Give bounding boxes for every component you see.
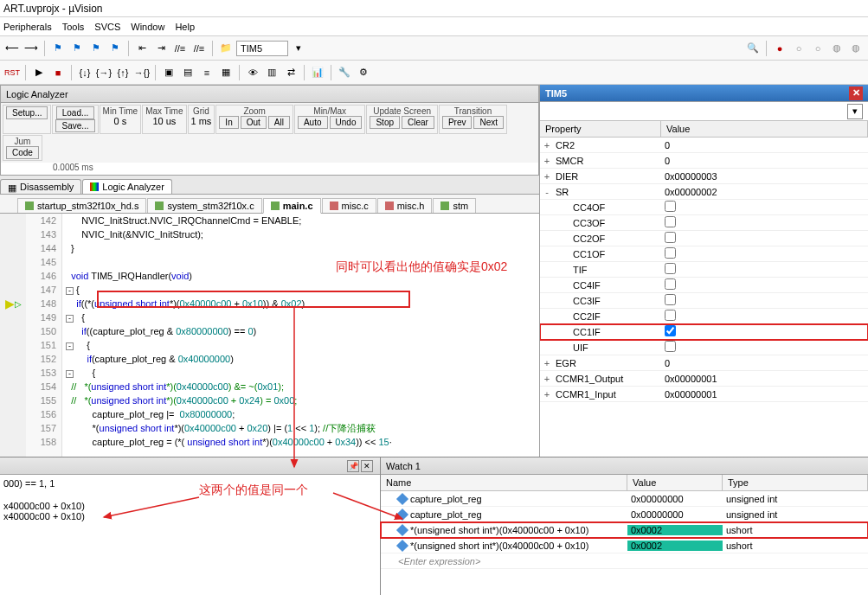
flag2-icon[interactable]: ⚑ (68, 40, 86, 57)
target-input[interactable] (236, 41, 288, 56)
clear-button[interactable]: Clear (402, 116, 434, 129)
watch-header-value: Value (627, 475, 723, 490)
dropdown-icon[interactable]: ▾ (290, 40, 307, 57)
stop-button[interactable]: Stop (370, 116, 400, 129)
record-icon[interactable]: ● (771, 40, 788, 57)
tab-disassembly[interactable]: ▦ Disassembly (0, 179, 81, 194)
flag-icon[interactable]: ⚑ (49, 40, 67, 57)
enter-expression[interactable]: <Enter expression> (381, 556, 627, 566)
minmax-label: Min/Max (313, 106, 346, 116)
mem-icon[interactable]: ▥ (263, 64, 280, 81)
menu-help[interactable]: Help (175, 22, 195, 32)
file-tab-system[interactable]: system_stm32f10x.c (147, 198, 261, 213)
step-out-icon[interactable]: {↑} (114, 64, 132, 81)
load-button[interactable]: Load... (56, 106, 95, 119)
zoom-in-button[interactable]: In (219, 116, 238, 129)
watch-rows[interactable]: capture_plot_reg0x00000000unsigned int c… (381, 491, 868, 553)
close-icon[interactable]: ✕ (849, 86, 863, 100)
file-icon (25, 202, 34, 210)
file-tab-main[interactable]: main.c (263, 198, 321, 214)
file-tab-startup[interactable]: startup_stm32f10x_hd.s (17, 198, 146, 213)
tim5-panel-header: TIM5 ✕ (540, 85, 868, 102)
forward-icon[interactable]: ⟶ (23, 40, 40, 57)
max-time-value: 10 us (152, 116, 176, 126)
flag3-icon[interactable]: ⚑ (87, 40, 105, 57)
watch-icon[interactable]: 👁 (244, 64, 261, 81)
file-icon (271, 202, 280, 210)
flag4-icon[interactable]: ⚑ (106, 40, 124, 57)
logic-analyzer-title: Logic Analyzer (6, 89, 68, 99)
console-output: 000) == 1, 1 x40000c00 + 0x10) x40000c00… (0, 475, 380, 525)
undo-button[interactable]: Undo (330, 116, 363, 129)
toolbar-2: RST ▶ ■ {↓} {→} {↑} →{} ▣ ▤ ≡ ▦ 👁 ▥ ⇄ 📊 … (0, 61, 868, 85)
menu-bar: Peripherals Tools SVCS Window Help (0, 17, 868, 36)
circle3-icon[interactable]: ◍ (828, 40, 845, 57)
back-icon[interactable]: ⟵ (3, 40, 21, 57)
menu-svcs[interactable]: SVCS (94, 22, 120, 32)
file-tab-stm[interactable]: stm (433, 198, 476, 213)
step-over-icon[interactable]: {→} (95, 64, 113, 81)
regs-icon[interactable]: ▦ (217, 64, 235, 81)
indent-in-icon[interactable]: ⇥ (152, 40, 170, 57)
logic-analyzer-panel: Logic Analyzer Setup... Load... Save... … (0, 85, 539, 176)
watch-title: Watch 1 (386, 461, 421, 471)
auto-button[interactable]: Auto (298, 116, 328, 129)
min-time-label: Min Time (103, 106, 138, 116)
window-icon[interactable]: ▣ (160, 64, 177, 81)
grid-label: Grid (193, 106, 209, 116)
comment-icon[interactable]: //≡ (171, 40, 189, 57)
file-icon (330, 202, 338, 210)
file-icon (155, 202, 164, 210)
save-button[interactable]: Save... (55, 119, 94, 132)
tools-icon[interactable]: 🔧 (336, 64, 353, 81)
zoom-all-button[interactable]: All (268, 116, 290, 129)
dropdown-icon[interactable]: ▾ (847, 104, 863, 119)
find-icon[interactable]: 🔍 (744, 40, 762, 57)
step-in-icon[interactable]: {↓} (76, 64, 93, 81)
folder-icon[interactable]: 📁 (217, 40, 235, 57)
config-icon[interactable]: ⚙ (355, 64, 372, 81)
grid-value: 1 ms (191, 116, 212, 126)
tab-logic-analyzer[interactable]: Logic Analyzer (82, 179, 172, 194)
indent-out-icon[interactable]: ⇤ (133, 40, 151, 57)
update-label: Update Screen (373, 106, 431, 116)
reset-icon[interactable]: RST (3, 64, 21, 81)
file-tab-misc-c[interactable]: misc.c (322, 198, 376, 213)
annotation-text-2: 这两个的值是同一个 (199, 483, 308, 498)
jump-label: Jum (15, 137, 31, 146)
prev-button[interactable]: Prev (442, 116, 473, 129)
cmd-icon[interactable]: ▤ (179, 64, 196, 81)
property-header: Property (540, 121, 661, 137)
run-icon[interactable]: ▶ (30, 64, 48, 81)
annotation-text-1: 同时可以看出他的值确实是0x02 (336, 259, 507, 275)
analyze-icon[interactable]: 📊 (309, 64, 326, 81)
next-button[interactable]: Next (473, 116, 504, 129)
watch-header-type: Type (723, 475, 868, 490)
watch-header-name: Name (381, 475, 627, 490)
circle2-icon[interactable]: ○ (809, 40, 826, 57)
window-title: ART.uvprojx - µVision (3, 3, 103, 15)
serial-icon[interactable]: ⇄ (282, 64, 299, 81)
close-panel-icon[interactable]: ✕ (361, 460, 373, 472)
menu-window[interactable]: Window (131, 22, 164, 32)
zoom-label: Zoom (243, 106, 266, 116)
pin-icon[interactable]: 📌 (347, 460, 359, 472)
circle4-icon[interactable]: ◍ (847, 40, 865, 57)
uncomment-icon[interactable]: //≡ (190, 40, 208, 57)
min-time-value: 0 s (114, 116, 127, 126)
cursor-value: 0.0005 ms (1, 163, 538, 175)
value-header: Value (661, 121, 868, 137)
menu-tools[interactable]: Tools (62, 22, 85, 32)
disasm-icon[interactable]: ≡ (198, 64, 215, 81)
code-button[interactable]: Code (6, 146, 39, 159)
stop-icon[interactable]: ■ (49, 64, 67, 81)
zoom-out-button[interactable]: Out (241, 116, 267, 129)
transition-label: Transition (454, 106, 492, 116)
file-tab-misc-h[interactable]: misc.h (377, 198, 433, 213)
circle1-icon[interactable]: ○ (790, 40, 807, 57)
run-to-icon[interactable]: →{} (133, 64, 151, 81)
setup-button[interactable]: Setup... (6, 106, 48, 119)
file-tabs: startup_stm32f10x_hd.s system_stm32f10x.… (0, 195, 539, 214)
toolbar-1: ⟵ ⟶ ⚑ ⚑ ⚑ ⚑ ⇤ ⇥ //≡ //≡ 📁 ▾ 🔍 ● ○ ○ ◍ ◍ (0, 36, 868, 61)
menu-peripherals[interactable]: Peripherals (3, 22, 52, 32)
